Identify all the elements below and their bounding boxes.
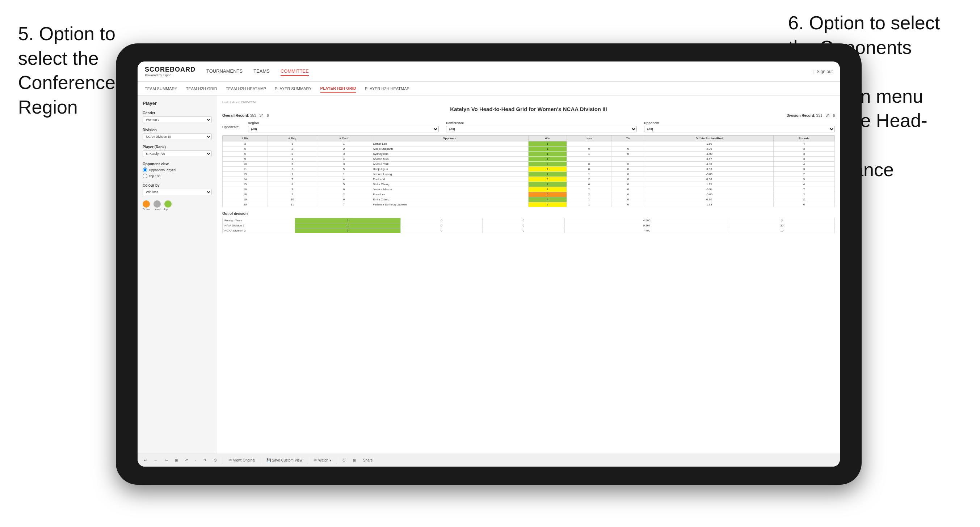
th-tie: Tie [611, 136, 645, 141]
td-win: 1 [528, 152, 566, 157]
td-rounds: 9 [773, 177, 834, 182]
opponents-played-radio[interactable] [143, 167, 147, 172]
region-filter-group: Region (All) [248, 121, 439, 132]
conference-filter-select[interactable]: (All) [446, 126, 637, 132]
ood-td-opponent: NCAA Division 2 [223, 228, 295, 233]
td-reg: 1 [267, 172, 317, 177]
td-loss [566, 157, 611, 162]
toolbar-undo[interactable]: ↩ [142, 457, 148, 463]
td-diff: 3.67 [645, 157, 773, 162]
out-of-division-table-body: Foreign Team 1 0 0 4.500 2 NAIA Division… [223, 218, 835, 233]
toolbar-share[interactable]: Share [361, 457, 375, 463]
td-win: 1 [528, 172, 566, 177]
toolbar-rotate-left[interactable]: ↶ [183, 457, 190, 463]
division-record-label: Division Record: [787, 114, 815, 117]
annotation-left-line1: 5. Option to [18, 23, 116, 44]
sidebar-gender-select[interactable]: Women's [143, 116, 212, 123]
td-reg: 2 [267, 192, 317, 197]
subnav-player-h2h-heatmap[interactable]: PLAYER H2H HEATMAP [365, 85, 409, 92]
th-rounds: Rounds [773, 136, 834, 141]
sidebar-opponents-played[interactable]: Opponents Played [143, 167, 212, 172]
td-rounds: 3 [773, 146, 834, 152]
top100-radio[interactable] [143, 174, 147, 178]
sidebar-player-rank-section: Player (Rank) 8. Katelyn Vo [143, 145, 212, 157]
toolbar-divider-4 [337, 457, 337, 464]
last-updated: Last Updated: 27/03/2024 [222, 100, 835, 104]
legend-up-label: Up [164, 208, 168, 211]
ood-td-rounds: 2 [729, 218, 835, 223]
legend-circles [143, 200, 212, 208]
td-rounds: 2 [773, 192, 834, 197]
sidebar-division-section: Division NCAA Division III [143, 128, 212, 140]
sidebar-player-rank-select[interactable]: 8. Katelyn Vo [143, 151, 212, 157]
opponent-filter-select[interactable]: (All) [644, 126, 835, 132]
toolbar-watch[interactable]: 👁 Watch ▾ [312, 457, 333, 463]
toolbar-rotate-right[interactable]: ↷ [202, 457, 208, 463]
nav-committee[interactable]: COMMITTEE [280, 67, 309, 76]
legend-down-label: Down [143, 208, 150, 211]
toolbar-hex[interactable]: ⬡ [340, 457, 348, 463]
nav-tournaments[interactable]: TOURNAMENTS [206, 67, 243, 76]
sign-out-link[interactable]: Sign out [817, 69, 833, 74]
td-conf: 4 [317, 157, 371, 162]
td-tie: 0 [611, 152, 645, 157]
td-tie: 0 [611, 167, 645, 172]
ood-td-opponent: Foreign Team [223, 218, 295, 223]
subnav-team-h2h-heatmap[interactable]: TEAM H2H HEATMAP [226, 85, 266, 92]
td-diff: -3.00 [645, 172, 773, 177]
td-diff: -0.94 [645, 187, 773, 192]
td-div: 18 [223, 192, 268, 197]
td-tie: 0 [611, 146, 645, 152]
td-diff: -5.00 [645, 192, 773, 197]
th-opponent: Opponent [371, 136, 528, 141]
logo-sub: Powered by clippd [145, 73, 196, 77]
sub-nav: TEAM SUMMARY TEAM H2H GRID TEAM H2H HEAT… [138, 82, 840, 95]
sidebar-opponent-view-label: Opponent view [143, 162, 212, 166]
td-loss: 1 [566, 202, 611, 207]
subnav-player-h2h-grid[interactable]: PLAYER H2H GRID [320, 85, 356, 93]
td-rounds: 4 [773, 182, 834, 187]
division-record-value: 331 - 34 - 6 [816, 114, 835, 117]
toolbar-dot[interactable]: · [193, 457, 198, 463]
td-reg: 8 [267, 182, 317, 187]
td-loss: 1 [566, 172, 611, 177]
records-row: Overall Record: 353 - 34 - 6 Division Re… [222, 114, 835, 117]
td-diff: 1.25 [645, 182, 773, 187]
legend-up-circle [164, 200, 172, 208]
td-diff: 1.33 [645, 202, 773, 207]
toolbar-clock[interactable]: ⏱ [212, 457, 219, 463]
td-rounds: 4 [773, 141, 834, 146]
region-filter-select[interactable]: (All) [248, 126, 439, 132]
overall-record-value: 353 - 34 - 6 [250, 114, 269, 117]
ood-td-diff: 4.500 [565, 218, 729, 223]
sidebar-division-select[interactable]: NCAA Division III [143, 133, 212, 140]
ood-table-row: NAIA Division 1 15 0 0 9.267 30 [223, 223, 835, 228]
toolbar-grid[interactable]: ⊞ [173, 457, 180, 463]
subnav-player-summary[interactable]: PLAYER SUMMARY [275, 85, 312, 92]
td-div: 9 [223, 157, 268, 162]
subnav-team-h2h-grid[interactable]: TEAM H2H GRID [186, 85, 217, 92]
th-loss: Loss [566, 136, 611, 141]
td-opponent: Emily Chang [371, 197, 528, 202]
td-loss: 0 [566, 162, 611, 167]
subnav-team-summary[interactable]: TEAM SUMMARY [145, 85, 177, 92]
sidebar: Player Gender Women's Division NCAA Divi… [138, 95, 217, 454]
toolbar-share-grid[interactable]: ⊞ [351, 457, 358, 463]
td-tie: 0 [611, 172, 645, 177]
toolbar-redo[interactable]: ↪ [163, 457, 169, 463]
td-loss: 1 [566, 152, 611, 157]
td-diff: 3.33 [645, 167, 773, 172]
nav-teams[interactable]: TEAMS [253, 67, 270, 76]
toolbar-view-original[interactable]: 👁 View: Original [227, 457, 257, 463]
out-of-division-table: Foreign Team 1 0 0 4.500 2 NAIA Division… [222, 218, 835, 233]
sidebar-top100[interactable]: Top 100 [143, 174, 212, 178]
toolbar-back[interactable]: ← [152, 457, 159, 463]
td-reg: 11 [267, 202, 317, 207]
td-win: 1 [528, 141, 566, 146]
th-diff: Diff Av Strokes/Rnd [645, 136, 773, 141]
toolbar-save-custom-view[interactable]: 💾 Save Custom View [265, 457, 304, 463]
sidebar-colour-by-select[interactable]: Win/loss [143, 189, 212, 195]
opponent-filter-group: Opponent (All) [644, 121, 835, 132]
logo-text: SCOREBOARD [145, 66, 196, 73]
td-reg: 3 [267, 141, 317, 146]
